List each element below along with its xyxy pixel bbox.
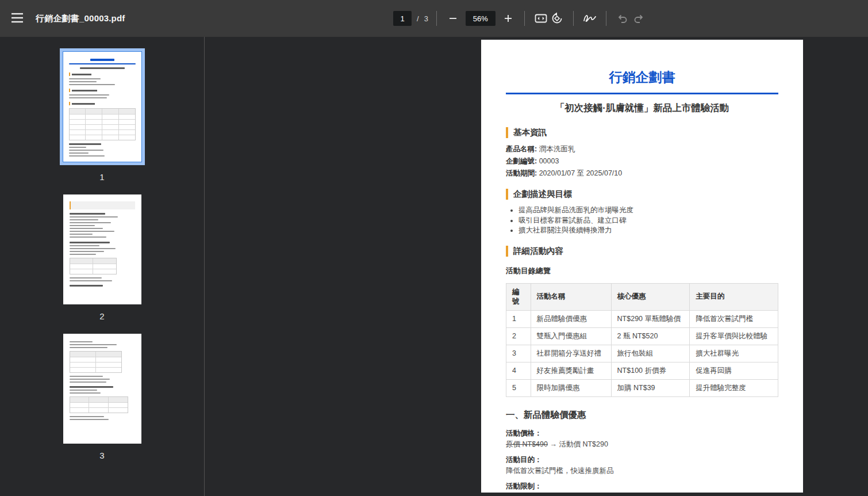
doc-title: 行銷企劃書 [506,68,778,86]
viewer-body: 1 [0,37,868,496]
table-header-row: 編號 活動名稱 核心優惠 主要目的 [506,283,778,310]
thumbnail-block-2: 2 [63,194,141,321]
page-thumbnail-2[interactable] [63,194,141,304]
page-count: /3 [417,14,428,23]
activity-table: 編號 活動名稱 核心優惠 主要目的 1 新品體驗價優惠 NT$290 單瓶體驗價… [506,283,778,397]
section-heading-goals: 企劃描述與目標 [506,189,778,200]
menu-button[interactable] [3,5,31,32]
table-caption: 活動目錄總覽 [506,266,778,276]
col-header: 活動名稱 [531,283,611,310]
col-header: 主要目的 [690,283,778,310]
goals-list: 提高品牌與新品洗面乳的市場曝光度 吸引目標客群嘗試新品、建立口碑 擴大社群關注與… [506,206,778,235]
col-header: 核心優惠 [611,283,690,310]
purpose-label: 活動目的： [506,455,778,465]
section-heading-details: 詳細活動內容 [506,246,778,257]
minus-icon [448,14,458,23]
thumbnail-content-placeholder [70,341,135,420]
doc-subtitle: 「初次接觸·肌膚就懂」新品上市體驗活動 [506,102,778,115]
page-thumbnail-3[interactable] [63,334,141,444]
limit-label: 活動限制： [506,482,778,491]
undo-button[interactable] [614,10,631,26]
table-row: 2 雙瓶入門優惠組 2 瓶 NT$520 提升客單價與比較體驗 [506,327,778,345]
page-number-input[interactable] [393,11,412,26]
activity1-heading: 一、新品體驗價優惠 [506,409,778,421]
hamburger-icon [11,13,24,25]
toolbar-separator [573,11,574,26]
info-product-name: 產品名稱: 潤本洗面乳 [506,144,778,154]
goal-item: 擴大社群關注與後續轉換潛力 [519,226,778,235]
goal-item: 吸引目標客群嘗試新品、建立口碑 [519,216,778,226]
purpose-text: 降低首次嘗試門檻，快速推廣新品 [506,466,778,476]
pdf-page-1: 行銷企劃書 「初次接觸·肌膚就懂」新品上市體驗活動 基本資訊 產品名稱: 潤本洗… [481,40,803,493]
section-heading-basic-info: 基本資訊 [506,127,778,138]
thumbnail-page-number: 2 [99,311,104,321]
goal-item: 提高品牌與新品洗面乳的市場曝光度 [519,206,778,215]
table-row: 3 社群開箱分享送好禮 旅行包裝組 擴大社群曝光 [506,345,778,362]
col-header: 編號 [506,283,531,310]
fit-width-icon [535,13,547,24]
page-thumbnail-1[interactable] [60,48,145,165]
thumbnail-page-number: 1 [99,172,104,182]
thumbnail-content-placeholder [70,201,135,287]
zoom-level[interactable]: 56% [466,11,496,26]
document-filename: 行銷企劃書_00003.pdf [36,13,125,24]
rotate-button[interactable] [549,10,565,26]
original-price: 原價 NT$490 [506,440,548,448]
toolbar-controls: /3 56% [393,0,647,37]
pdf-viewport[interactable]: 行銷企劃書 「初次接觸·肌膚就懂」新品上市體驗活動 基本資訊 產品名稱: 潤本洗… [205,37,868,496]
redo-icon [633,13,644,24]
title-rule [506,93,778,94]
redo-button[interactable] [631,10,647,26]
info-plan-number: 企劃編號: 00003 [506,157,778,166]
arrow-glyph: → [548,440,559,448]
draw-squiggle-icon [583,13,597,24]
undo-icon [617,13,628,24]
info-period: 活動期間: 2020/01/07 至 2025/07/10 [506,169,778,178]
table-row: 5 限時加購優惠 加購 NT$39 提升體驗完整度 [506,379,778,396]
thumbnail-block-3: 3 [63,334,141,460]
price-label: 活動價格： [506,429,778,438]
thumbnail-page-number: 3 [99,451,104,460]
zoom-in-button[interactable] [500,10,516,26]
thumbnail-block-1: 1 [60,48,145,182]
pdf-viewer-toolbar: 行銷企劃書_00003.pdf /3 56% [0,0,868,37]
thumbnail-content-placeholder [69,59,136,157]
rotate-counterclockwise-icon [551,12,563,25]
price-line: 原價 NT$490 → 活動價 NT$290 [506,440,778,449]
table-row: 4 好友推薦獎勵計畫 NT$100 折價券 促進再回購 [506,362,778,379]
fit-width-button[interactable] [533,10,549,26]
toolbar-separator [524,11,525,26]
toolbar-separator [606,11,606,26]
plus-icon [504,14,513,23]
sale-price: 活動價 NT$290 [559,440,608,448]
zoom-out-button[interactable] [445,10,461,26]
table-row: 1 新品體驗價優惠 NT$290 單瓶體驗價 降低首次嘗試門檻 [506,310,778,327]
thumbnail-sidebar: 1 [0,37,205,496]
total-pages: 3 [424,14,428,23]
toolbar-separator [436,11,437,26]
annotate-button[interactable] [582,10,598,26]
